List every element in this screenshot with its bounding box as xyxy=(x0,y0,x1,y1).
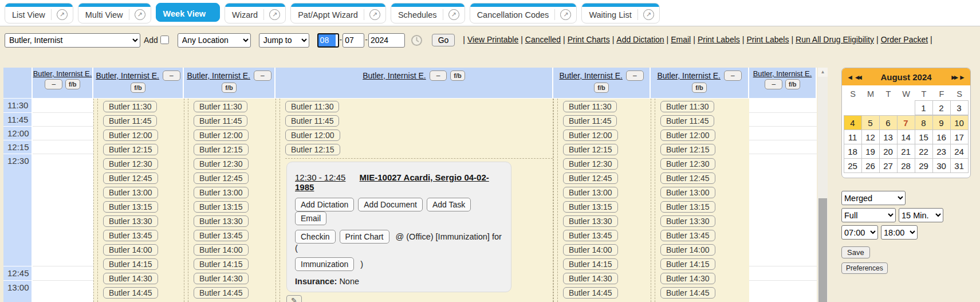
tab-cancellation-codes[interactable]: Cancellation Codes↗ xyxy=(470,3,577,23)
appointment-slot-button[interactable]: Butler 13:00 xyxy=(194,187,249,198)
calendar-day-cell[interactable]: 8 xyxy=(915,115,933,130)
appointment-slot-button[interactable]: Butler 14:00 xyxy=(103,244,158,256)
save-button[interactable]: Save xyxy=(841,246,870,258)
appointment-slot-button[interactable]: Butler 12:15 xyxy=(285,144,340,155)
date-month-input[interactable] xyxy=(317,33,339,48)
calendar-day-cell[interactable]: 1 xyxy=(915,100,933,115)
appointment-slot-button[interactable]: Butler 14:15 xyxy=(660,258,715,270)
appointment-slot-button[interactable]: Butler 14:15 xyxy=(103,258,158,270)
appointment-action-button[interactable]: Checkin xyxy=(295,230,336,244)
tab-schedules[interactable]: Schedules↗ xyxy=(391,3,465,23)
appointment-slot-button[interactable]: Butler 13:00 xyxy=(660,187,715,198)
fb-button[interactable]: f/b xyxy=(131,83,145,93)
appointment-slot-button[interactable]: Butler 12:00 xyxy=(285,130,340,141)
toolbar-link[interactable]: Add Dictation xyxy=(616,35,664,44)
empty-slot-row[interactable] xyxy=(749,127,817,140)
calendar-day-cell[interactable]: 21 xyxy=(897,144,915,159)
open-new-window-icon[interactable]: ↗ xyxy=(369,9,380,20)
jump-to-select[interactable]: Jump to xyxy=(259,33,309,48)
appointment-slot-button[interactable]: Butler 11:45 xyxy=(285,115,339,127)
preferences-button[interactable]: Preferences xyxy=(841,262,888,274)
calendar-day-cell[interactable]: 9 xyxy=(932,115,951,130)
appointment-slot-button[interactable]: Butler 13:30 xyxy=(660,215,715,227)
tab-waiting-list[interactable]: Waiting List↗ xyxy=(581,3,659,23)
tab-multi-view[interactable]: Multi View↗ xyxy=(78,3,151,23)
empty-slot-row[interactable] xyxy=(749,113,817,127)
empty-slot-row[interactable] xyxy=(33,154,93,266)
tab-list-view[interactable]: List View↗ xyxy=(5,3,73,23)
appointment-slot-button[interactable]: Butler 13:15 xyxy=(563,201,618,213)
calendar-day-cell[interactable]: 22 xyxy=(915,144,933,159)
appointment-slot-button[interactable]: Butler 13:45 xyxy=(660,230,715,241)
calendar-day-cell[interactable]: 16 xyxy=(932,130,951,144)
appointment-slot-button[interactable]: Butler 14:45 xyxy=(194,287,249,299)
calendar-day-cell[interactable]: 31 xyxy=(950,158,969,173)
reason-button[interactable]: Immunization xyxy=(295,257,354,271)
prev-month-arrow-icon[interactable]: ◂ xyxy=(847,73,854,81)
open-new-window-icon[interactable]: ↗ xyxy=(560,9,571,20)
empty-slot-row[interactable] xyxy=(749,266,817,281)
empty-slot-row[interactable] xyxy=(749,154,817,266)
appointment-slot-button[interactable]: Butler 13:15 xyxy=(103,201,158,213)
toolbar-link[interactable]: View Printable xyxy=(467,35,518,44)
fb-button[interactable]: f/b xyxy=(785,79,800,89)
appointment-slot-button[interactable]: Butler 12:30 xyxy=(194,158,249,170)
appointment-slot-button[interactable]: Butler 14:45 xyxy=(103,287,158,299)
appointment-slot-button[interactable]: Butler 14:30 xyxy=(194,273,249,284)
collapse-column-button[interactable]: – xyxy=(724,70,742,81)
calendar-day-cell[interactable]: 12 xyxy=(861,130,880,144)
calendar-day-cell[interactable]: 19 xyxy=(861,144,880,159)
calendar-day-cell[interactable]: 30 xyxy=(932,158,951,173)
calendar-day-cell[interactable]: 26 xyxy=(861,158,880,173)
prev-year-arrow-icon[interactable]: ◂◂ xyxy=(854,73,863,81)
appointment-slot-button[interactable]: Butler 12:15 xyxy=(103,144,158,155)
appointment-slot-button[interactable]: Butler 14:00 xyxy=(563,244,618,256)
appointment-slot-button[interactable]: Butler 14:30 xyxy=(103,273,158,284)
toolbar-link[interactable]: Run All Drug Eligibility xyxy=(796,35,874,44)
appointment-slot-button[interactable]: Butler 14:30 xyxy=(660,273,715,284)
appointment-slot-button[interactable]: Butler 11:45 xyxy=(563,115,617,127)
open-new-window-icon[interactable]: ↗ xyxy=(269,9,280,20)
appointment-slot-button[interactable]: Butler 12:30 xyxy=(103,158,158,170)
appointment-slot-button[interactable]: Butler 13:30 xyxy=(563,215,618,227)
appointment-slot-button[interactable]: Butler 13:15 xyxy=(660,201,715,213)
merged-select[interactable]: Merged xyxy=(841,191,906,205)
empty-slot-row[interactable] xyxy=(33,281,93,302)
calendar-day-cell[interactable]: 5 xyxy=(861,115,880,130)
location-select[interactable]: Any Location xyxy=(178,33,251,48)
date-year-input[interactable] xyxy=(368,33,405,48)
calendar-day-cell[interactable]: 29 xyxy=(915,158,933,173)
collapse-column-button[interactable]: – xyxy=(765,79,782,89)
next-year-arrow-icon[interactable]: ▸▸ xyxy=(950,73,958,81)
provider-link[interactable]: Butler, Internist E. xyxy=(363,71,426,80)
calendar-day-cell[interactable]: 23 xyxy=(932,144,951,159)
toolbar-link[interactable]: Email xyxy=(671,35,691,44)
fb-button[interactable]: f/b xyxy=(65,79,80,89)
appointment-slot-button[interactable]: Butler 13:45 xyxy=(563,230,618,241)
appointment-slot-button[interactable]: Butler 12:45 xyxy=(194,172,249,184)
fb-button[interactable]: f/b xyxy=(692,83,706,93)
toolbar-link[interactable]: Print Labels xyxy=(698,35,740,44)
appointment-slot-button[interactable]: Butler 11:30 xyxy=(563,101,617,112)
open-new-window-icon[interactable]: ↗ xyxy=(135,9,145,20)
calendar-day-cell[interactable]: 14 xyxy=(897,130,915,144)
calendar-day-cell[interactable]: 20 xyxy=(879,144,898,159)
next-month-arrow-icon[interactable]: ▸ xyxy=(958,73,966,81)
appointment-slot-button[interactable]: Butler 14:45 xyxy=(563,287,618,299)
appointment-slot-button[interactable]: Butler 12:00 xyxy=(660,130,715,141)
appointment-slot-button[interactable]: Butler 11:45 xyxy=(103,115,157,127)
appointment-slot-button[interactable]: Butler 12:30 xyxy=(563,158,618,170)
appointment-action-button[interactable]: Add Dictation xyxy=(295,198,354,211)
calendar-day-cell[interactable]: 25 xyxy=(844,158,862,173)
appointment-time-link[interactable]: 12:30 - 12:45 xyxy=(295,172,345,182)
appointment-slot-button[interactable]: Butler 12:00 xyxy=(103,130,158,141)
appointment-slot-button[interactable]: Butler 12:00 xyxy=(194,130,249,141)
provider-link[interactable]: Butler, Internist E. xyxy=(753,69,812,78)
empty-slot-row[interactable] xyxy=(33,127,93,140)
tab-wizard[interactable]: Wizard↗ xyxy=(225,3,286,23)
appointment-slot-button[interactable]: Butler 13:00 xyxy=(103,187,158,198)
appointment-slot-button[interactable]: Butler 13:15 xyxy=(194,201,249,213)
collapse-column-button[interactable]: – xyxy=(430,70,447,81)
empty-slot-row[interactable] xyxy=(33,99,93,113)
collapse-column-button[interactable]: – xyxy=(626,70,644,81)
